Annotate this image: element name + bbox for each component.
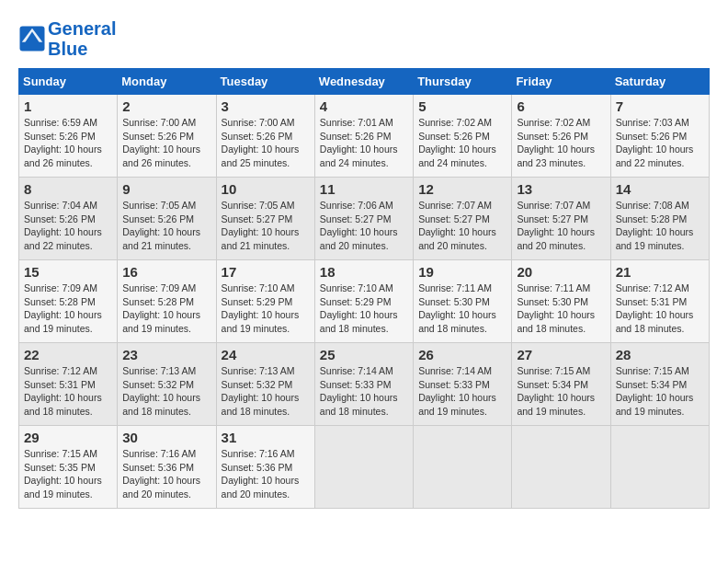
header-wednesday: Wednesday xyxy=(314,69,413,95)
cell-text: Sunrise: 7:12 AMSunset: 5:31 PMDaylight:… xyxy=(24,365,102,417)
cell-text: Sunrise: 7:06 AMSunset: 5:27 PMDaylight:… xyxy=(320,200,398,251)
calendar-week-row: 15Sunrise: 7:09 AMSunset: 5:28 PMDayligh… xyxy=(19,260,710,343)
calendar-cell: 21Sunrise: 7:12 AMSunset: 5:31 PMDayligh… xyxy=(610,260,709,343)
day-number: 17 xyxy=(222,264,310,280)
calendar-cell: 25Sunrise: 7:14 AMSunset: 5:33 PMDayligh… xyxy=(314,343,413,426)
calendar-cell: 3Sunrise: 7:00 AMSunset: 5:26 PMDaylight… xyxy=(216,95,314,178)
calendar-cell: 19Sunrise: 7:11 AMSunset: 5:30 PMDayligh… xyxy=(414,260,512,343)
cell-text: Sunrise: 7:08 AMSunset: 5:28 PMDaylight:… xyxy=(616,200,694,251)
day-number: 27 xyxy=(517,347,605,362)
calendar-cell: 20Sunrise: 7:11 AMSunset: 5:30 PMDayligh… xyxy=(512,260,610,343)
header-thursday: Thursday xyxy=(414,69,512,95)
day-number: 11 xyxy=(320,181,408,197)
cell-text: Sunrise: 7:00 AMSunset: 5:26 PMDaylight:… xyxy=(222,117,300,168)
day-number: 9 xyxy=(122,181,210,197)
calendar-cell: 15Sunrise: 7:09 AMSunset: 5:28 PMDayligh… xyxy=(19,260,118,343)
cell-text: Sunrise: 7:16 AMSunset: 5:36 PMDaylight:… xyxy=(122,448,200,500)
day-number: 13 xyxy=(517,181,605,197)
calendar-cell: 28Sunrise: 7:15 AMSunset: 5:34 PMDayligh… xyxy=(610,343,709,426)
day-number: 3 xyxy=(222,98,310,114)
day-number: 5 xyxy=(418,98,506,114)
calendar-cell xyxy=(512,426,610,509)
calendar-cell: 23Sunrise: 7:13 AMSunset: 5:32 PMDayligh… xyxy=(118,343,216,426)
header-tuesday: Tuesday xyxy=(216,69,314,95)
calendar-cell: 14Sunrise: 7:08 AMSunset: 5:28 PMDayligh… xyxy=(610,178,709,260)
calendar-cell: 24Sunrise: 7:13 AMSunset: 5:32 PMDayligh… xyxy=(216,343,314,426)
calendar-cell: 12Sunrise: 7:07 AMSunset: 5:27 PMDayligh… xyxy=(414,178,512,260)
day-number: 31 xyxy=(222,430,310,445)
calendar-cell: 9Sunrise: 7:05 AMSunset: 5:26 PMDaylight… xyxy=(118,178,216,260)
calendar-week-row: 8Sunrise: 7:04 AMSunset: 5:26 PMDaylight… xyxy=(19,178,710,260)
cell-text: Sunrise: 7:15 AMSunset: 5:34 PMDaylight:… xyxy=(616,365,694,417)
cell-text: Sunrise: 7:11 AMSunset: 5:30 PMDaylight:… xyxy=(418,282,496,334)
calendar-cell: 30Sunrise: 7:16 AMSunset: 5:36 PMDayligh… xyxy=(118,426,216,509)
calendar-cell: 4Sunrise: 7:01 AMSunset: 5:26 PMDaylight… xyxy=(314,95,413,178)
day-number: 20 xyxy=(517,264,605,280)
day-number: 18 xyxy=(320,264,408,280)
day-number: 22 xyxy=(24,347,112,362)
day-number: 16 xyxy=(122,264,210,280)
cell-text: Sunrise: 7:14 AMSunset: 5:33 PMDaylight:… xyxy=(320,365,398,417)
calendar-header-row: Sunday Monday Tuesday Wednesday Thursday… xyxy=(19,69,710,95)
day-number: 15 xyxy=(24,264,112,280)
day-number: 29 xyxy=(24,430,112,445)
header-friday: Friday xyxy=(512,69,610,95)
cell-text: Sunrise: 6:59 AMSunset: 5:26 PMDaylight:… xyxy=(24,117,102,168)
logo-text: General Blue xyxy=(48,18,116,59)
calendar-cell: 2Sunrise: 7:00 AMSunset: 5:26 PMDaylight… xyxy=(118,95,216,178)
header-saturday: Saturday xyxy=(610,69,709,95)
cell-text: Sunrise: 7:00 AMSunset: 5:26 PMDaylight:… xyxy=(122,117,200,168)
cell-text: Sunrise: 7:02 AMSunset: 5:26 PMDaylight:… xyxy=(418,117,496,168)
day-number: 24 xyxy=(222,347,310,362)
day-number: 8 xyxy=(24,181,112,197)
calendar-cell: 26Sunrise: 7:14 AMSunset: 5:33 PMDayligh… xyxy=(414,343,512,426)
calendar-cell: 17Sunrise: 7:10 AMSunset: 5:29 PMDayligh… xyxy=(216,260,314,343)
cell-text: Sunrise: 7:11 AMSunset: 5:30 PMDaylight:… xyxy=(517,282,595,334)
cell-text: Sunrise: 7:07 AMSunset: 5:27 PMDaylight:… xyxy=(517,200,595,251)
day-number: 14 xyxy=(616,181,704,197)
calendar-cell: 5Sunrise: 7:02 AMSunset: 5:26 PMDaylight… xyxy=(414,95,512,178)
calendar-week-row: 29Sunrise: 7:15 AMSunset: 5:35 PMDayligh… xyxy=(19,426,710,509)
calendar-cell: 27Sunrise: 7:15 AMSunset: 5:34 PMDayligh… xyxy=(512,343,610,426)
day-number: 10 xyxy=(222,181,310,197)
day-number: 6 xyxy=(517,98,605,114)
day-number: 2 xyxy=(122,98,210,114)
calendar-cell: 16Sunrise: 7:09 AMSunset: 5:28 PMDayligh… xyxy=(118,260,216,343)
header-monday: Monday xyxy=(118,69,216,95)
cell-text: Sunrise: 7:04 AMSunset: 5:26 PMDaylight:… xyxy=(24,200,102,251)
day-number: 28 xyxy=(616,347,704,362)
calendar-week-row: 1Sunrise: 6:59 AMSunset: 5:26 PMDaylight… xyxy=(19,95,710,178)
cell-text: Sunrise: 7:01 AMSunset: 5:26 PMDaylight:… xyxy=(320,117,398,168)
logo: General Blue xyxy=(18,18,116,59)
cell-text: Sunrise: 7:15 AMSunset: 5:34 PMDaylight:… xyxy=(517,365,595,417)
day-number: 4 xyxy=(320,98,408,114)
calendar-cell: 8Sunrise: 7:04 AMSunset: 5:26 PMDaylight… xyxy=(19,178,118,260)
calendar-cell: 7Sunrise: 7:03 AMSunset: 5:26 PMDaylight… xyxy=(610,95,709,178)
calendar-cell: 10Sunrise: 7:05 AMSunset: 5:27 PMDayligh… xyxy=(216,178,314,260)
day-number: 23 xyxy=(122,347,210,362)
calendar-cell: 31Sunrise: 7:16 AMSunset: 5:36 PMDayligh… xyxy=(216,426,314,509)
day-number: 1 xyxy=(24,98,112,114)
day-number: 30 xyxy=(122,430,210,445)
cell-text: Sunrise: 7:15 AMSunset: 5:35 PMDaylight:… xyxy=(24,448,102,500)
cell-text: Sunrise: 7:03 AMSunset: 5:26 PMDaylight:… xyxy=(616,117,694,168)
logo-icon xyxy=(18,25,46,52)
calendar-cell: 1Sunrise: 6:59 AMSunset: 5:26 PMDaylight… xyxy=(19,95,118,178)
cell-text: Sunrise: 7:09 AMSunset: 5:28 PMDaylight:… xyxy=(122,282,200,334)
day-number: 26 xyxy=(418,347,506,362)
cell-text: Sunrise: 7:13 AMSunset: 5:32 PMDaylight:… xyxy=(222,365,300,417)
calendar-cell: 13Sunrise: 7:07 AMSunset: 5:27 PMDayligh… xyxy=(512,178,610,260)
calendar-cell: 29Sunrise: 7:15 AMSunset: 5:35 PMDayligh… xyxy=(19,426,118,509)
calendar-table: Sunday Monday Tuesday Wednesday Thursday… xyxy=(18,68,710,509)
calendar-cell: 11Sunrise: 7:06 AMSunset: 5:27 PMDayligh… xyxy=(314,178,413,260)
calendar-cell xyxy=(314,426,413,509)
calendar-cell: 18Sunrise: 7:10 AMSunset: 5:29 PMDayligh… xyxy=(314,260,413,343)
day-number: 19 xyxy=(418,264,506,280)
day-number: 7 xyxy=(616,98,704,114)
cell-text: Sunrise: 7:05 AMSunset: 5:27 PMDaylight:… xyxy=(222,200,300,251)
calendar-cell xyxy=(610,426,709,509)
day-number: 25 xyxy=(320,347,408,362)
header-sunday: Sunday xyxy=(19,69,118,95)
calendar-week-row: 22Sunrise: 7:12 AMSunset: 5:31 PMDayligh… xyxy=(19,343,710,426)
day-number: 21 xyxy=(616,264,704,280)
